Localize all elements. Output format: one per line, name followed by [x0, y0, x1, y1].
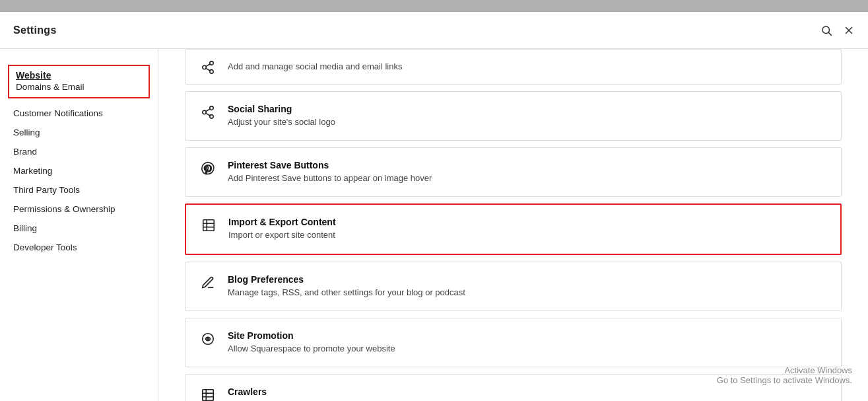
svg-line-7: [206, 68, 210, 71]
social-links-desc: Add and manage social media and email li…: [228, 61, 828, 73]
svg-rect-20: [203, 390, 214, 401]
social-sharing-title: Social Sharing: [228, 104, 828, 114]
svg-point-10: [203, 110, 207, 114]
svg-point-6: [210, 70, 214, 74]
site-promotion-title: Site Promotion: [228, 330, 828, 341]
import-export-icon: [199, 218, 218, 233]
pinterest-desc: Add Pinterest Save buttons to appear on …: [228, 172, 828, 184]
domains-label: Domains & Email: [16, 82, 142, 92]
top-bar: [0, 0, 868, 12]
social-sharing-icon: [199, 105, 217, 120]
svg-point-11: [210, 115, 214, 119]
svg-point-9: [210, 106, 214, 110]
blog-preferences-icon: [199, 275, 217, 290]
import-export-title: Import & Export Content: [228, 217, 827, 227]
card-social-sharing[interactable]: Social Sharing Adjust your site's social…: [185, 91, 842, 141]
blog-preferences-title: Blog Preferences: [228, 274, 828, 285]
pinterest-title: Pinterest Save Buttons: [228, 160, 828, 170]
site-promotion-icon: [199, 332, 217, 346]
activate-windows-line1: Activate Windows: [717, 365, 852, 375]
activate-windows-notice: Activate Windows Go to Settings to activ…: [717, 365, 852, 385]
sidebar-item-brand[interactable]: Brand: [0, 142, 158, 161]
close-icon[interactable]: [843, 24, 855, 36]
settings-container: Settings Website Domains & Email: [0, 12, 868, 401]
svg-point-18: [203, 334, 214, 345]
social-sharing-desc: Adjust your site's social logo: [228, 116, 828, 128]
svg-line-12: [206, 113, 210, 116]
main-layout: Website Domains & Email Customer Notific…: [0, 49, 868, 401]
website-label: Website: [16, 70, 142, 81]
svg-line-8: [206, 64, 210, 67]
svg-point-4: [210, 61, 214, 65]
main-content: Add and manage social media and email li…: [158, 49, 868, 401]
card-blog-preferences[interactable]: Blog Preferences Manage tags, RSS, and o…: [185, 262, 842, 311]
blog-preferences-desc: Manage tags, RSS, and other settings for…: [228, 287, 828, 299]
svg-point-5: [203, 65, 207, 69]
card-import-export-content[interactable]: Import & Export Content Import or export…: [185, 203, 842, 254]
import-export-desc: Import or export site content: [228, 229, 827, 241]
crawlers-icon: [199, 388, 217, 401]
svg-rect-14: [203, 220, 215, 231]
sidebar: Website Domains & Email Customer Notific…: [0, 49, 158, 401]
svg-point-19: [207, 338, 209, 340]
activate-windows-line2: Go to Settings to activate Windows.: [717, 375, 852, 385]
sidebar-item-third-party-tools[interactable]: Third Party Tools: [0, 180, 158, 200]
settings-title: Settings: [13, 24, 57, 36]
card-site-promotion[interactable]: Site Promotion Allow Squarespace to prom…: [185, 318, 842, 367]
sidebar-item-marketing[interactable]: Marketing: [0, 161, 158, 180]
social-links-icon: [199, 60, 217, 75]
sidebar-item-developer-tools[interactable]: Developer Tools: [0, 238, 158, 257]
sidebar-item-selling[interactable]: Selling: [0, 123, 158, 142]
sidebar-item-billing[interactable]: Billing: [0, 219, 158, 238]
site-promotion-desc: Allow Squarespace to promote your websit…: [228, 343, 828, 355]
card-social-media-links[interactable]: Add and manage social media and email li…: [185, 49, 842, 85]
svg-line-1: [828, 32, 831, 35]
settings-header: Settings: [0, 12, 868, 49]
crawlers-title: Crawlers: [228, 386, 828, 397]
sidebar-item-customer-notifications[interactable]: Customer Notifications: [0, 104, 158, 123]
pinterest-icon: [199, 161, 217, 176]
sidebar-item-permissions-ownership[interactable]: Permissions & Ownership: [0, 200, 158, 219]
sidebar-item-website-domains[interactable]: Website Domains & Email: [8, 65, 150, 98]
svg-line-13: [206, 109, 210, 112]
header-icons: [820, 24, 855, 36]
search-icon[interactable]: [820, 24, 832, 36]
card-pinterest-save-buttons[interactable]: Pinterest Save Buttons Add Pinterest Sav…: [185, 147, 842, 197]
